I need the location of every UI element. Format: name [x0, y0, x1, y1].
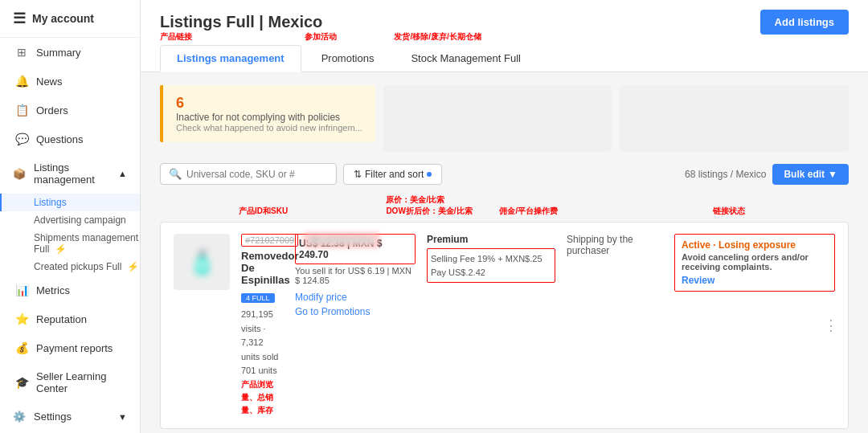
- sidebar-title: My account: [32, 12, 94, 25]
- metrics-icon: 📊: [15, 284, 28, 296]
- sidebar-item-payment[interactable]: 💰 Payment reports: [0, 333, 140, 362]
- orders-icon: 📋: [15, 104, 28, 116]
- alert-placeholder-1: [383, 85, 612, 152]
- search-input[interactable]: [186, 169, 328, 180]
- listing-id-0: #721027009: [241, 234, 298, 247]
- filter-icon: ⇅: [354, 169, 362, 180]
- listing-sku-0: SKUXXXXXXXX: [305, 234, 378, 247]
- sidebar-item-settings[interactable]: ⚙️ Settings ▼: [0, 402, 140, 431]
- sidebar-label-reputation: Reputation: [36, 313, 87, 325]
- learning-icon: 🎓: [15, 376, 28, 389]
- chevron-up-icon: ▲: [118, 169, 127, 178]
- sidebar-item-news[interactable]: 🔔 News: [0, 67, 140, 96]
- listing-image-0: 🧴: [174, 234, 230, 290]
- tab-annotation-promotions: 参加活动: [305, 31, 337, 43]
- tabs-row: 产品链接 Listings management 参加活动 Promotions…: [160, 44, 849, 71]
- alert-section: 6 Inactive for not complying with polici…: [160, 85, 849, 152]
- tab-annotation-listings: 产品链接: [160, 31, 192, 43]
- go-promotions-link-0[interactable]: Go to Promotions: [295, 306, 416, 317]
- sidebar-label-listings-mgmt: Listings management: [34, 161, 110, 186]
- sidebar-label-news: News: [36, 76, 63, 88]
- shipments-badge-icon: ⚡: [55, 243, 67, 255]
- listing-badge-0: 4 FULL: [241, 293, 275, 303]
- toolbar: 🔍 ⇅ Filter and sort 68 listings / Mexico…: [160, 163, 849, 185]
- content-area: 6 Inactive for not complying with polici…: [141, 72, 868, 433]
- sidebar-header: ☰ My account: [0, 0, 140, 38]
- sidebar-item-learning[interactable]: 🎓 Seller Learning Center: [0, 362, 140, 402]
- tab-listings-management[interactable]: Listings management: [160, 45, 301, 72]
- listing-stats-0: 291,195 visits · 7,312 units sold 701 un…: [241, 308, 284, 417]
- chevron-down-icon: ▼: [118, 412, 127, 422]
- filter-sort-button[interactable]: ⇅ Filter and sort: [343, 164, 442, 185]
- bulk-edit-chevron-icon: ▼: [828, 169, 837, 180]
- annotation-discounted-price: DOW折后价：美金/比索: [386, 206, 488, 217]
- alert-box: 6 Inactive for not complying with polici…: [160, 85, 375, 142]
- tab-promotions[interactable]: Promotions: [305, 45, 391, 71]
- sidebar-sub-pickups[interactable]: Created pickups Full ⚡: [0, 258, 140, 276]
- sidebar: ☰ My account ⊞ Summary 🔔 News 📋 Orders 💬…: [0, 0, 141, 433]
- payment-icon: 💰: [15, 341, 28, 354]
- sidebar-label-orders: Orders: [36, 104, 68, 116]
- main-area: Listings Full | Mexico Add listings 产品链接…: [141, 0, 868, 433]
- sidebar-label-metrics: Metrics: [36, 284, 70, 296]
- sidebar-item-summary[interactable]: ⊞ Summary: [0, 38, 140, 67]
- fee-type-0: Premium: [427, 234, 555, 245]
- filter-active-dot: [427, 172, 432, 177]
- sidebar-item-orders[interactable]: 📋 Orders: [0, 96, 140, 125]
- alert-placeholder-2: [620, 85, 849, 152]
- search-box[interactable]: 🔍: [160, 163, 337, 185]
- summary-icon: ⊞: [15, 46, 28, 59]
- sidebar-item-reputation[interactable]: ⭐ Reputation: [0, 304, 140, 333]
- filter-label: Filter and sort: [365, 169, 424, 180]
- sidebar-item-listings-management[interactable]: 📦 Listings management ▲: [0, 153, 140, 194]
- card-menu-icon-0[interactable]: ⋮: [824, 317, 838, 334]
- alert-sub: Check what happened to avoid new infring…: [176, 123, 362, 133]
- pickups-badge-icon: ⚡: [127, 261, 139, 272]
- questions-icon: 💬: [15, 133, 28, 145]
- listing-info-0: #721027009 SKUXXXXXXXX Removedor De Espi…: [241, 234, 284, 417]
- page-title: Listings Full | Mexico: [160, 13, 322, 31]
- annotation-link-status: 链接状态: [713, 206, 849, 217]
- annotation-commission: 佣金/平台操作费: [499, 206, 608, 217]
- news-icon: 🔔: [15, 75, 28, 88]
- sidebar-item-questions[interactable]: 💬 Questions: [0, 125, 140, 153]
- listing-fee-0: Premium Selling Fee 19% + MXN$.25 Pay US…: [427, 234, 555, 283]
- sidebar-sub-shipments[interactable]: Shipments management Full ⚡: [0, 229, 140, 258]
- fee-detail-0: Selling Fee 19% + MXN$.25 Pay US$.2.42: [427, 248, 555, 283]
- sidebar-sub-advertising[interactable]: Advertising campaign: [0, 211, 140, 229]
- bulk-edit-button[interactable]: Bulk edit ▼: [772, 164, 849, 185]
- alert-count: 6: [176, 95, 362, 112]
- sidebar-label-settings: Settings: [34, 411, 72, 423]
- sidebar-sub-listings[interactable]: Listings: [0, 194, 140, 211]
- sidebar-label-learning: Seller Learning Center: [36, 370, 127, 394]
- listing-card-0: 🧴 #721027009 SKUXXXXXXXX Removedor De Es…: [160, 222, 849, 429]
- price-discounted-0: You sell it for US$ 6.19 | MXN $ 124.85: [295, 266, 416, 285]
- hamburger-icon[interactable]: ☰: [13, 10, 26, 27]
- status-label-0: Active · Losing exposure Avoid canceling…: [674, 234, 835, 292]
- add-listings-button[interactable]: Add listings: [760, 10, 849, 35]
- settings-icon: ⚙️: [13, 411, 26, 423]
- listing-status-0: Active · Losing exposure Avoid canceling…: [674, 234, 835, 292]
- annotation-views-inline: 产品浏览量、总销量、库存: [241, 378, 284, 417]
- top-header: Listings Full | Mexico Add listings 产品链接…: [141, 0, 868, 72]
- modify-price-link-0[interactable]: Modify price: [295, 292, 416, 303]
- annotation-product-id: 产品ID和SKU: [239, 206, 375, 217]
- reputation-icon: ⭐: [15, 312, 28, 325]
- listings-mgmt-icon: 📦: [13, 168, 26, 180]
- annotation-original-price: 原价：美金/比索: [386, 194, 488, 206]
- search-icon: 🔍: [169, 168, 182, 180]
- review-link-0[interactable]: Review: [682, 275, 828, 286]
- sidebar-label-questions: Questions: [36, 133, 84, 145]
- alert-message: Inactive for not complying with policies: [176, 112, 362, 123]
- sidebar-item-metrics[interactable]: 📊 Metrics: [0, 276, 140, 304]
- tab-stock-management[interactable]: Stock Management Full: [394, 45, 538, 71]
- status-desc-0: Avoid canceling orders and/or receiving …: [682, 252, 828, 272]
- listing-shipping-0: Shipping by the purchaser: [567, 234, 663, 256]
- sidebar-label-payment: Payment reports: [36, 342, 113, 354]
- sidebar-label-summary: Summary: [36, 47, 81, 59]
- tab-annotation-stock: 发货/移除/废弃/长期仓储: [394, 31, 481, 43]
- column-annotations-row: 产品ID和SKU 原价：美金/比索 DOW折后价：美金/比索 佣金/平台操作费 …: [160, 194, 849, 217]
- listings-count: 68 listings / Mexico: [685, 169, 766, 180]
- listing-name-0: Removedor De Espinillas: [241, 250, 284, 286]
